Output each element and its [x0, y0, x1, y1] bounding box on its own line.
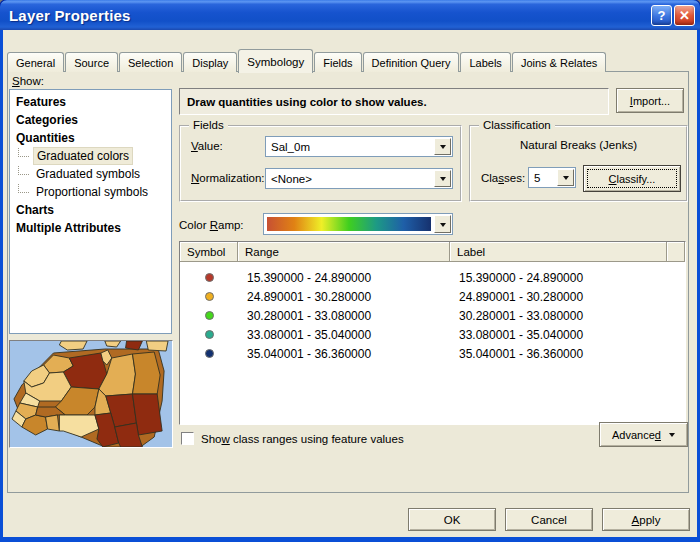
show-class-ranges-checkbox[interactable] [181, 432, 194, 445]
table-header: Symbol Range Label [180, 242, 685, 262]
chevron-down-icon[interactable] [557, 169, 574, 186]
table-row[interactable]: 30.280001 - 33.080000 30.280001 - 33.080… [180, 306, 685, 325]
value-label: Value: [191, 140, 223, 152]
range-cell[interactable]: 24.890001 - 30.280000 [238, 290, 450, 304]
tab-fields[interactable]: Fields [314, 52, 361, 72]
chevron-down-icon [669, 433, 675, 440]
table-row[interactable]: 24.890001 - 30.280000 24.890001 - 30.280… [180, 287, 685, 306]
close-icon[interactable]: ✕ [674, 5, 695, 26]
label-cell[interactable]: 35.040001 - 36.360000 [450, 347, 667, 361]
symbol-swatch[interactable] [205, 330, 214, 339]
show-item-proportional-symbols[interactable]: Proportional symbols [10, 183, 171, 201]
tab-selection[interactable]: Selection [119, 52, 182, 72]
instruction-text: Draw quantities using color to show valu… [179, 88, 609, 115]
title-bar: Layer Properties ? ✕ [0, 0, 700, 30]
window-title: Layer Properties [9, 7, 131, 24]
tree-branch-icon [18, 166, 29, 175]
map-preview-thumbnail [9, 340, 173, 448]
show-label: Show: [12, 75, 44, 87]
titlebar-buttons: ? ✕ [651, 5, 695, 26]
map-preview-svg [10, 341, 172, 447]
ok-button[interactable]: OK [408, 508, 496, 531]
classification-method: Natural Breaks (Jenks) [471, 139, 686, 151]
help-icon[interactable]: ? [651, 5, 672, 26]
show-tree-list[interactable]: Features Categories Quantities Graduated… [9, 89, 172, 334]
label-cell[interactable]: 24.890001 - 30.280000 [450, 290, 667, 304]
value-combo[interactable]: Sal_0m [265, 136, 453, 157]
show-item-categories[interactable]: Categories [10, 111, 171, 129]
classes-label: Classes: [481, 172, 525, 184]
symbol-swatch[interactable] [205, 311, 214, 320]
table-row[interactable]: 33.080001 - 35.040000 33.080001 - 35.040… [180, 325, 685, 344]
show-item-graduated-symbols[interactable]: Graduated symbols [10, 165, 171, 183]
advanced-button[interactable]: Advanced [599, 422, 688, 447]
show-item-graduated-colors[interactable]: Graduated colors [10, 147, 171, 165]
show-item-features[interactable]: Features [10, 93, 171, 111]
label-cell[interactable]: 30.280001 - 33.080000 [450, 309, 667, 323]
table-header-spacer [667, 242, 685, 262]
advanced-button-label: Advanced [612, 429, 661, 441]
symbol-swatch[interactable] [205, 292, 214, 301]
symbol-swatch[interactable] [205, 349, 214, 358]
cancel-button[interactable]: Cancel [505, 508, 593, 531]
color-ramp-combo[interactable] [263, 213, 453, 235]
show-item-charts[interactable]: Charts [10, 201, 171, 219]
class-ranges-table: Symbol Range Label 15.390000 - 24.890000… [179, 241, 686, 425]
table-row[interactable]: 35.040001 - 36.360000 35.040001 - 36.360… [180, 344, 685, 363]
range-cell[interactable]: 33.080001 - 35.040000 [238, 328, 450, 342]
range-cell[interactable]: 30.280001 - 33.080000 [238, 309, 450, 323]
tree-branch-icon [18, 148, 29, 157]
chevron-down-icon[interactable] [434, 170, 451, 187]
range-cell[interactable]: 35.040001 - 36.360000 [238, 347, 450, 361]
tab-symbology[interactable]: Symbology [238, 49, 313, 73]
classify-button-label: Classify... [587, 169, 677, 188]
color-ramp-label: Color Ramp: [179, 219, 244, 231]
tab-joins-relates[interactable]: Joins & Relates [512, 52, 606, 72]
table-rows: 15.390000 - 24.890000 15.390000 - 24.890… [180, 262, 685, 363]
tab-general[interactable]: General [7, 52, 64, 72]
classify-button[interactable]: Classify... [583, 165, 681, 192]
table-row[interactable]: 15.390000 - 24.890000 15.390000 - 24.890… [180, 268, 685, 287]
tab-labels[interactable]: Labels [460, 52, 510, 72]
range-cell[interactable]: 15.390000 - 24.890000 [238, 271, 450, 285]
symbology-tab-page: Show: Features Categories Quantities Gra… [7, 71, 689, 493]
normalization-combo-value: <None> [266, 173, 452, 185]
show-item-quantities[interactable]: Quantities [10, 129, 171, 147]
show-class-ranges-label: Show class ranges using feature values [201, 433, 404, 445]
symbol-swatch[interactable] [205, 273, 214, 282]
classification-group: Classification Natural Breaks (Jenks) Cl… [469, 125, 688, 202]
show-class-ranges-row: Show class ranges using feature values [181, 432, 404, 445]
fields-group-title: Fields [189, 119, 228, 131]
tree-branch-icon [18, 184, 29, 193]
layer-properties-dialog: Layer Properties ? ✕ General Source Sele… [0, 0, 700, 542]
column-header-symbol[interactable]: Symbol [180, 242, 238, 262]
classes-combo[interactable]: 5 [528, 167, 576, 188]
column-header-label[interactable]: Label [450, 242, 667, 262]
value-combo-value: Sal_0m [266, 141, 452, 153]
normalization-combo[interactable]: <None> [265, 168, 453, 189]
normalization-label: Normalization: [191, 172, 265, 184]
tab-display[interactable]: Display [183, 52, 237, 72]
chevron-down-icon[interactable] [434, 138, 451, 155]
color-ramp-preview [267, 217, 431, 231]
tab-source[interactable]: Source [65, 52, 118, 72]
dialog-body: General Source Selection Display Symbolo… [3, 30, 697, 537]
import-button[interactable]: Import... [616, 88, 684, 113]
classification-group-title: Classification [479, 119, 555, 131]
show-item-multiple-attributes[interactable]: Multiple Attributes [10, 219, 171, 237]
chevron-down-icon[interactable] [434, 215, 451, 233]
tab-definition-query[interactable]: Definition Query [363, 52, 460, 72]
fields-group: Fields Value: Sal_0m Normalization: <Non… [179, 125, 462, 202]
column-header-range[interactable]: Range [238, 242, 450, 262]
label-cell[interactable]: 15.390000 - 24.890000 [450, 271, 667, 285]
label-cell[interactable]: 33.080001 - 35.040000 [450, 328, 667, 342]
apply-button[interactable]: Apply [602, 508, 690, 531]
tab-strip: General Source Selection Display Symbolo… [7, 48, 607, 72]
